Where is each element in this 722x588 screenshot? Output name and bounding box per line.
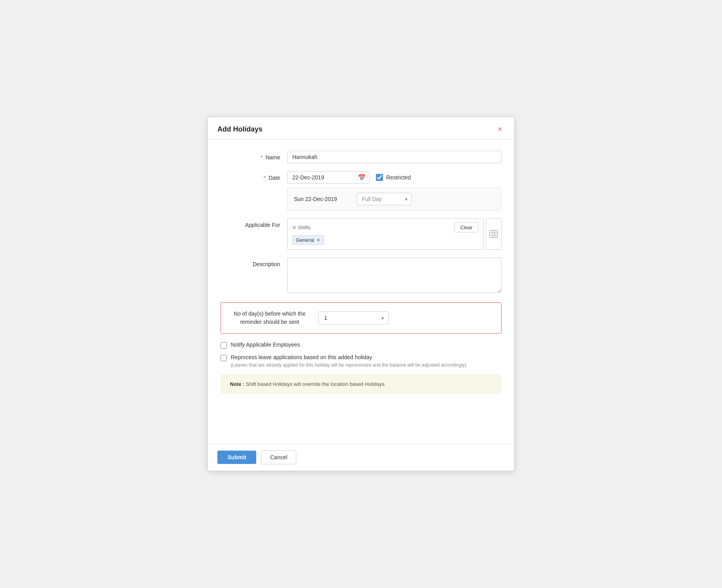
fullday-select[interactable]: Full Day First Half Second Half bbox=[357, 193, 412, 205]
notify-label-wrap: Notify Applicable Employees bbox=[231, 341, 300, 348]
name-required-star: * bbox=[261, 154, 263, 161]
reprocess-label: Reprocess leave applications based on th… bbox=[231, 354, 466, 360]
general-tag-remove[interactable]: ✕ bbox=[316, 237, 320, 243]
applicable-for-control: ✕ Shifts Clear General ✕ bbox=[287, 218, 501, 250]
notify-checkbox[interactable] bbox=[221, 342, 227, 349]
fullday-select-wrap: Full Day First Half Second Half bbox=[357, 193, 412, 205]
modal-footer: Submit Cancel bbox=[208, 444, 514, 471]
svg-rect-0 bbox=[490, 230, 498, 237]
name-label: * Name bbox=[221, 151, 287, 162]
close-button[interactable]: × bbox=[495, 124, 505, 134]
date-required-star: * bbox=[264, 175, 266, 181]
restricted-wrap: Restricted bbox=[376, 174, 411, 181]
shifts-x-icon: ✕ bbox=[292, 225, 296, 230]
applicable-box: ✕ Shifts Clear General ✕ bbox=[287, 218, 483, 250]
reprocess-sublabel: (Leaves that are already applied for thi… bbox=[231, 362, 466, 369]
clear-button[interactable]: Clear bbox=[454, 223, 478, 232]
notify-row: Notify Applicable Employees bbox=[221, 341, 501, 349]
notify-label: Notify Applicable Employees bbox=[231, 341, 300, 348]
reminder-section: No of day(s) before which the reminder s… bbox=[221, 302, 501, 334]
reprocess-row: Reprocess leave applications based on th… bbox=[221, 354, 501, 369]
submit-button[interactable]: Submit bbox=[217, 451, 256, 464]
note-text: Note : Shift based Holidays will overrid… bbox=[230, 381, 386, 387]
table-icon bbox=[489, 230, 498, 238]
note-section: Note : Shift based Holidays will overrid… bbox=[221, 374, 501, 394]
tags-row: General ✕ bbox=[292, 236, 478, 245]
description-control bbox=[287, 257, 501, 294]
note-prefix: Note : bbox=[230, 381, 246, 387]
cancel-button[interactable]: Cancel bbox=[261, 450, 296, 464]
modal-header: Add Holidays × bbox=[208, 117, 514, 140]
date-display-text: Sun 22-Dec-2019 bbox=[294, 196, 349, 202]
name-row: * Name bbox=[221, 151, 501, 163]
note-body: Shift based Holidays will override the l… bbox=[246, 381, 386, 387]
modal-title: Add Holidays bbox=[217, 125, 263, 133]
date-control: 📅 Restricted Sun 22-Dec-2019 Full Day Fi… bbox=[287, 171, 501, 210]
date-label: * Date bbox=[221, 171, 287, 182]
date-row: * Date 📅 Restricted Sun 22-Dec-2019 bbox=[221, 171, 501, 210]
applicable-for-row: Applicable For ✕ Shifts Clear General bbox=[221, 218, 501, 250]
date-input-wrap: 📅 bbox=[287, 171, 370, 184]
date-display-row: Sun 22-Dec-2019 Full Day First Half Seco… bbox=[287, 188, 501, 210]
restricted-checkbox[interactable] bbox=[376, 174, 383, 181]
general-tag: General ✕ bbox=[292, 236, 324, 245]
applicable-row-top: ✕ Shifts Clear bbox=[292, 223, 478, 232]
reprocess-checkbox[interactable] bbox=[221, 355, 227, 361]
date-row-inner: 📅 Restricted bbox=[287, 171, 501, 184]
table-icon-button[interactable] bbox=[486, 218, 501, 250]
shifts-label: ✕ Shifts bbox=[292, 225, 311, 230]
reminder-label: No of day(s) before which the reminder s… bbox=[230, 310, 309, 326]
restricted-label: Restricted bbox=[386, 174, 411, 181]
applicable-for-label: Applicable For bbox=[221, 218, 287, 229]
description-label: Description bbox=[221, 257, 287, 268]
name-control bbox=[287, 151, 501, 163]
reprocess-label-wrap: Reprocess leave applications based on th… bbox=[231, 354, 466, 369]
description-row: Description bbox=[221, 257, 501, 294]
modal-body: * Name * Date 📅 bbox=[208, 140, 514, 444]
reminder-select[interactable]: 1 2 3 4 5 bbox=[318, 311, 389, 325]
date-input[interactable] bbox=[287, 171, 370, 184]
description-textarea[interactable] bbox=[287, 257, 501, 293]
name-input[interactable] bbox=[287, 151, 501, 163]
add-holidays-modal: Add Holidays × * Name * Date bbox=[208, 117, 514, 471]
reminder-select-wrap: 1 2 3 4 5 bbox=[318, 311, 389, 325]
